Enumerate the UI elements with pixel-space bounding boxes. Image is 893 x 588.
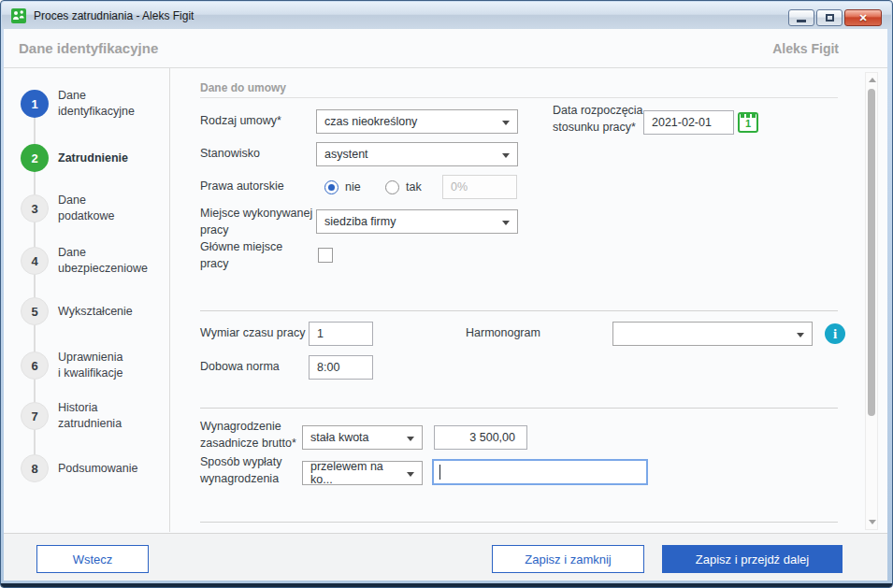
step-number: 2 bbox=[21, 144, 49, 172]
wymiar-czasu-label: Wymiar czasu pracy bbox=[200, 322, 314, 346]
scrollbar-thumb[interactable] bbox=[868, 89, 875, 416]
step-label: Wykształcenie bbox=[58, 304, 133, 320]
calendar-icon[interactable]: 1 bbox=[738, 112, 758, 133]
miejsce-pracy-label: Miejsce wykonywanej pracy bbox=[200, 206, 314, 238]
radio-nie-label: nie bbox=[345, 175, 361, 199]
sposob-wyplaty-label: Sposób wypłaty wynagrodzenia bbox=[200, 454, 314, 487]
divider bbox=[200, 522, 838, 523]
window-bottom-edge bbox=[1, 583, 892, 587]
app-icon bbox=[11, 8, 26, 23]
stanowisko-dropdown[interactable]: asystent bbox=[316, 142, 518, 166]
info-icon[interactable]: i bbox=[825, 323, 845, 344]
employee-name: Aleks Figit bbox=[772, 29, 839, 67]
step-number: 4 bbox=[21, 247, 49, 275]
chevron-down-icon bbox=[502, 221, 510, 225]
wizard-step-dane-identyfikacyjne[interactable]: 1 Dane identyfikacyjne bbox=[21, 90, 163, 118]
section-title: Dane do umowy bbox=[200, 81, 286, 94]
step-label: Historia zatrudnienia bbox=[58, 400, 122, 432]
scroll-up-icon[interactable] bbox=[869, 78, 876, 82]
wymiar-czasu-input[interactable] bbox=[309, 322, 373, 346]
step-label: Podsumowanie bbox=[58, 461, 137, 477]
harmonogram-label: Harmonogram bbox=[466, 322, 580, 346]
step-number: 6 bbox=[21, 351, 49, 380]
text-caret bbox=[439, 465, 440, 480]
maximize-button[interactable] bbox=[816, 9, 843, 26]
radio-tak[interactable] bbox=[385, 180, 399, 194]
minimize-button[interactable] bbox=[788, 9, 814, 26]
save-close-button[interactable]: Zapisz i zamknij bbox=[492, 545, 644, 573]
step-label: Dane identyfikacyjne bbox=[58, 88, 135, 120]
glowne-miejsce-label: Główne miejsce pracy bbox=[200, 248, 314, 264]
step-number: 1 bbox=[21, 90, 49, 118]
back-button[interactable]: Wstecz bbox=[36, 545, 149, 573]
divider bbox=[200, 97, 838, 98]
page-header: Dane identyfikacyjne Aleks Figit bbox=[4, 29, 887, 68]
calendar-day: 1 bbox=[745, 117, 751, 131]
chevron-down-icon bbox=[502, 153, 510, 158]
footer-bar: Wstecz Zapisz i zamknij Zapisz i przejdź… bbox=[4, 533, 887, 581]
divider bbox=[200, 310, 838, 311]
miejsce-pracy-value: siedziba firmy bbox=[324, 215, 396, 228]
step-label: Uprawnienia i kwalifikacje bbox=[58, 350, 122, 381]
wynagrodzenie-typ-dropdown[interactable]: stała kwota bbox=[302, 425, 423, 450]
step-number: 3 bbox=[21, 194, 49, 222]
step-label: Dane podatkowe bbox=[58, 193, 114, 224]
vertical-scrollbar[interactable] bbox=[865, 72, 878, 530]
dobowa-norma-input[interactable] bbox=[309, 355, 373, 380]
sposob-wyplaty-dropdown[interactable]: przelewem na ko... bbox=[302, 461, 423, 485]
glowne-miejsce-checkbox[interactable] bbox=[318, 248, 333, 263]
close-icon: ✕ bbox=[858, 12, 867, 24]
step-number: 8 bbox=[21, 454, 49, 482]
minimize-icon bbox=[797, 20, 806, 22]
data-rozpoczecia-input[interactable] bbox=[643, 110, 734, 135]
rodzaj-umowy-label: Rodzaj umowy* bbox=[200, 109, 314, 134]
chevron-down-icon bbox=[502, 121, 510, 125]
application-window: Proces zatrudniania - Aleks Figit ✕ Dane… bbox=[0, 0, 893, 588]
wynagrodzenie-kwota-input[interactable] bbox=[434, 425, 527, 450]
radio-tak-label: tak bbox=[406, 175, 422, 199]
chevron-down-icon bbox=[797, 333, 804, 337]
stanowisko-label: Stanowisko bbox=[200, 142, 314, 166]
step-label: Zatrudnienie bbox=[58, 151, 128, 166]
close-button[interactable]: ✕ bbox=[844, 9, 882, 26]
page-title: Dane identyfikacyjne bbox=[19, 29, 158, 67]
rodzaj-umowy-dropdown[interactable]: czas nieokreślony bbox=[316, 109, 518, 134]
wynagrodzenie-label: Wynagrodzenie zasadnicze brutto* bbox=[200, 419, 314, 452]
procent-praw-input bbox=[442, 175, 517, 199]
divider bbox=[200, 408, 838, 409]
dobowa-norma-label: Dobowa norma bbox=[200, 355, 314, 380]
data-rozpoczecia-label: Data rozpoczęcia stosunku pracy* bbox=[553, 103, 648, 136]
maximize-icon bbox=[826, 14, 834, 22]
window-title: Proces zatrudniania - Aleks Figit bbox=[34, 9, 194, 22]
scroll-down-icon[interactable] bbox=[869, 520, 876, 524]
title-bar: Proces zatrudniania - Aleks Figit ✕ bbox=[2, 2, 891, 29]
stanowisko-value: asystent bbox=[324, 148, 368, 161]
sposob-wyplaty-value: przelewem na ko... bbox=[310, 460, 401, 486]
miejsce-pracy-dropdown[interactable]: siedziba firmy bbox=[316, 209, 518, 234]
chevron-down-icon bbox=[407, 437, 414, 441]
wizard-step-uprawnienia[interactable]: 6 Uprawnienia i kwalifikacje bbox=[21, 351, 163, 380]
save-next-button[interactable]: Zapisz i przejdź dalej bbox=[662, 545, 843, 573]
chevron-down-icon bbox=[407, 472, 414, 477]
wizard-step-dane-podatkowe[interactable]: 3 Dane podatkowe bbox=[21, 194, 163, 222]
rodzaj-umowy-value: czas nieokreślony bbox=[324, 115, 417, 128]
konto-input[interactable] bbox=[432, 459, 648, 485]
wynagrodzenie-typ-value: stała kwota bbox=[310, 431, 369, 444]
wizard-step-podsumowanie[interactable]: 8 Podsumowanie bbox=[21, 454, 163, 482]
wizard-step-dane-ubezpieczeniowe[interactable]: 4 Dane ubezpieczeniowe bbox=[21, 247, 163, 275]
wizard-step-wyksztalcenie[interactable]: 5 Wykształcenie bbox=[21, 297, 163, 325]
step-number: 5 bbox=[21, 297, 49, 325]
wizard-step-zatrudnienie[interactable]: 2 Zatrudnienie bbox=[21, 144, 163, 172]
step-number: 7 bbox=[21, 402, 49, 430]
harmonogram-dropdown[interactable] bbox=[612, 322, 813, 346]
radio-nie[interactable] bbox=[324, 180, 338, 194]
info-glyph: i bbox=[833, 326, 837, 342]
step-label: Dane ubezpieczeniowe bbox=[58, 245, 148, 277]
wizard-step-historia[interactable]: 7 Historia zatrudnienia bbox=[21, 402, 163, 430]
prawa-autorskie-label: Prawa autorskie bbox=[200, 175, 314, 199]
